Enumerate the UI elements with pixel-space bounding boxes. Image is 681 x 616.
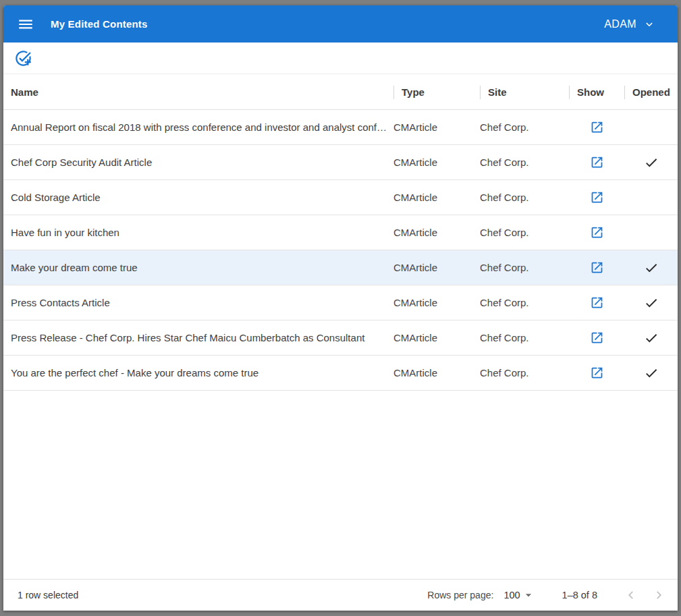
column-header-name: Name bbox=[3, 74, 393, 109]
column-header-show: Show bbox=[569, 74, 624, 109]
row-type: CMArticle bbox=[393, 297, 480, 308]
previous-page-button[interactable] bbox=[623, 587, 639, 603]
table-header: Name Type Site Show Opened bbox=[3, 74, 678, 110]
show-content-button[interactable] bbox=[589, 330, 605, 346]
show-content-button[interactable] bbox=[589, 260, 605, 276]
row-site: Chef Corp. bbox=[480, 297, 569, 308]
column-header-opened: Opened bbox=[624, 74, 678, 109]
show-content-button[interactable] bbox=[589, 119, 605, 136]
pagination-range: 1–8 of 8 bbox=[562, 590, 597, 600]
show-content-button[interactable] bbox=[589, 190, 605, 206]
opened-check-icon bbox=[644, 331, 659, 345]
row-name: Chef Corp Security Audit Article bbox=[3, 157, 393, 168]
table-row[interactable]: Make your dream come true CMArticle Chef… bbox=[3, 250, 678, 285]
app-window: My Edited Contents ADAM Name Type Site S… bbox=[3, 5, 678, 611]
chevron-left-icon bbox=[624, 588, 638, 603]
show-content-button[interactable] bbox=[589, 365, 605, 381]
row-name: Make your dream come true bbox=[3, 262, 393, 273]
open-in-new-icon bbox=[590, 366, 604, 380]
table-body: Annual Report on fiscal 2018 with press … bbox=[3, 110, 678, 391]
table-row[interactable]: Chef Corp Security Audit Article CMArtic… bbox=[3, 145, 678, 180]
show-content-button[interactable] bbox=[589, 225, 605, 241]
table-row[interactable]: Press Contacts Article CMArticle Chef Co… bbox=[3, 285, 678, 320]
chevron-right-icon bbox=[651, 588, 666, 603]
opened-check-icon bbox=[644, 296, 659, 310]
chevron-down-icon bbox=[643, 18, 655, 30]
row-name: You are the perfect chef - Make your dre… bbox=[3, 367, 393, 379]
add-task-icon bbox=[14, 49, 32, 67]
row-type: CMArticle bbox=[393, 157, 480, 168]
row-name: Have fun in your kitchen bbox=[3, 227, 393, 238]
row-type: CMArticle bbox=[393, 367, 480, 379]
row-site: Chef Corp. bbox=[480, 332, 569, 343]
row-name: Annual Report on fiscal 2018 with press … bbox=[3, 121, 393, 133]
row-type: CMArticle bbox=[393, 227, 480, 238]
selection-status: 1 row selected bbox=[18, 590, 78, 600]
row-type: CMArticle bbox=[393, 332, 480, 343]
row-name: Press Release - Chef Corp. Hires Star Ch… bbox=[3, 332, 393, 343]
open-in-new-icon bbox=[590, 225, 604, 240]
hamburger-menu-button[interactable] bbox=[16, 15, 35, 34]
row-site: Chef Corp. bbox=[480, 192, 569, 203]
column-header-type: Type bbox=[393, 74, 480, 109]
toolbar bbox=[3, 43, 678, 74]
table-row[interactable]: Press Release - Chef Corp. Hires Star Ch… bbox=[3, 320, 678, 356]
row-name: Press Contacts Article bbox=[3, 297, 393, 308]
opened-check-icon bbox=[644, 260, 659, 275]
dropdown-arrow-icon bbox=[522, 588, 535, 602]
row-site: Chef Corp. bbox=[480, 262, 569, 273]
open-in-new-icon bbox=[590, 296, 604, 310]
page-title: My Edited Contents bbox=[51, 18, 148, 30]
empty-area bbox=[3, 391, 678, 579]
rows-per-page-label: Rows per page: bbox=[427, 590, 493, 600]
hamburger-icon bbox=[17, 16, 34, 33]
table-row[interactable]: Have fun in your kitchen CMArticle Chef … bbox=[3, 215, 678, 250]
open-in-new-icon bbox=[590, 260, 604, 275]
next-page-button[interactable] bbox=[651, 587, 667, 603]
row-name: Cold Storage Article bbox=[3, 192, 393, 203]
row-site: Chef Corp. bbox=[480, 367, 569, 379]
row-site: Chef Corp. bbox=[480, 157, 569, 168]
table-row[interactable]: Annual Report on fiscal 2018 with press … bbox=[3, 110, 678, 145]
show-content-button[interactable] bbox=[589, 155, 605, 171]
show-content-button[interactable] bbox=[589, 295, 605, 311]
rows-per-page-value: 100 bbox=[503, 590, 520, 600]
row-type: CMArticle bbox=[393, 192, 480, 203]
row-site: Chef Corp. bbox=[480, 121, 569, 133]
user-name: ADAM bbox=[604, 18, 636, 30]
column-header-site: Site bbox=[480, 74, 569, 109]
opened-check-icon bbox=[644, 155, 659, 170]
table-row[interactable]: Cold Storage Article CMArticle Chef Corp… bbox=[3, 180, 678, 215]
row-type: CMArticle bbox=[393, 262, 480, 273]
open-in-new-icon bbox=[590, 120, 604, 134]
open-in-new-icon bbox=[590, 331, 604, 345]
open-in-new-icon bbox=[590, 190, 604, 204]
add-task-button[interactable] bbox=[13, 49, 32, 67]
open-in-new-icon bbox=[590, 155, 604, 169]
table-footer: 1 row selected Rows per page: 100 1–8 of… bbox=[3, 579, 678, 611]
user-menu-button[interactable]: ADAM bbox=[604, 18, 655, 30]
table-row[interactable]: You are the perfect chef - Make your dre… bbox=[3, 356, 678, 391]
row-type: CMArticle bbox=[393, 121, 480, 133]
app-bar: My Edited Contents ADAM bbox=[3, 5, 678, 43]
row-site: Chef Corp. bbox=[480, 227, 569, 238]
opened-check-icon bbox=[644, 366, 659, 381]
rows-per-page-select[interactable]: 100 bbox=[503, 588, 535, 602]
